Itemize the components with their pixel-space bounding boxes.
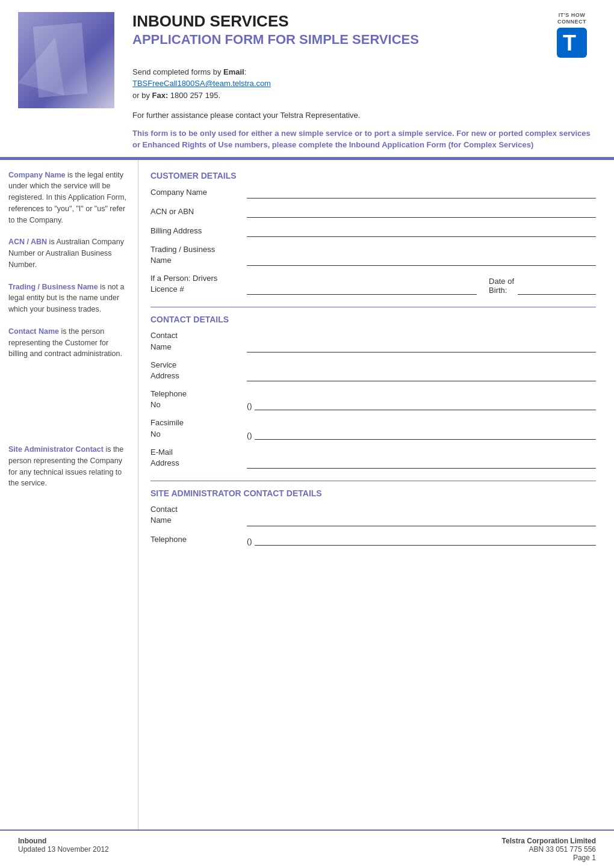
telephone-no-row: TelephoneNo () bbox=[150, 389, 596, 410]
site-telephone-label: Telephone bbox=[150, 534, 247, 545]
facsimile-no-input[interactable] bbox=[255, 428, 596, 440]
telephone-no-input[interactable] bbox=[255, 398, 596, 410]
trading-name-label: Trading / BusinessName bbox=[150, 244, 247, 266]
footer: Inbound Updated 13 November 2012 Telstra… bbox=[0, 830, 614, 868]
facsimile-prefix: () bbox=[247, 431, 252, 440]
email-address-label: E-MailAddress bbox=[150, 447, 247, 469]
customer-details-title: CUSTOMER DETAILS bbox=[150, 171, 596, 180]
sidebar-section-trading-name: Trading / Business Name is not a legal e… bbox=[8, 282, 129, 315]
sidebar-term-contact-name: Contact Name bbox=[8, 327, 59, 336]
footer-abn: ABN 33 051 775 556 bbox=[502, 845, 596, 854]
footer-brand: Inbound bbox=[18, 837, 109, 845]
site-admin-title: SITE ADMINISTRATOR CONTACT DETAILS bbox=[150, 488, 596, 498]
sidebar-section-company-name: Company Name is the legal entity under w… bbox=[8, 170, 129, 226]
service-address-input[interactable] bbox=[247, 369, 596, 381]
content: CUSTOMER DETAILS Company Name ACN or ABN… bbox=[138, 160, 614, 830]
acn-abn-input[interactable] bbox=[247, 206, 596, 218]
section-divider-contact bbox=[150, 307, 596, 307]
svg-text:T: T bbox=[563, 31, 576, 55]
sidebar-term-company-name: Company Name bbox=[8, 171, 65, 179]
billing-address-row: Billing Address bbox=[150, 225, 596, 237]
header-main-title: INBOUND SERVICES bbox=[132, 12, 419, 31]
acn-abn-row: ACN or ABN bbox=[150, 206, 596, 218]
header-sub-title: APPLICATION FORM FOR SIMPLE SERVICES bbox=[132, 32, 419, 48]
billing-address-label: Billing Address bbox=[150, 226, 247, 236]
service-address-label: ServiceAddress bbox=[150, 360, 247, 381]
drivers-licence-dob-row: If a Person: DriversLicence # Date ofBir… bbox=[150, 273, 596, 295]
acn-abn-label: ACN or ABN bbox=[150, 206, 247, 217]
company-name-row: Company Name bbox=[150, 186, 596, 199]
drivers-licence-label: If a Person: DriversLicence # bbox=[150, 273, 247, 295]
header-title-block: INBOUND SERVICES APPLICATION FORM FOR SI… bbox=[132, 12, 419, 48]
contact-details-title: CONTACT DETAILS bbox=[150, 315, 596, 324]
dob-group: Date ofBirth: bbox=[489, 277, 596, 295]
facsimile-no-label: FacsimileNo bbox=[150, 417, 247, 439]
site-contact-name-label: ContactName bbox=[150, 504, 247, 526]
footer-right: Telstra Corporation Limited ABN 33 051 7… bbox=[502, 837, 596, 862]
facsimile-no-row: FacsimileNo () bbox=[150, 417, 596, 439]
header-badge: IT'S HOW CONNECT T bbox=[548, 12, 596, 58]
footer-company: Telstra Corporation Limited bbox=[502, 837, 596, 845]
sidebar-term-trading-name: Trading / Business Name bbox=[8, 283, 98, 291]
drivers-licence-group: If a Person: DriversLicence # bbox=[150, 273, 477, 295]
footer-updated: Updated 13 November 2012 bbox=[18, 845, 109, 854]
billing-address-input[interactable] bbox=[247, 225, 596, 237]
customer-details-section: CUSTOMER DETAILS Company Name ACN or ABN… bbox=[150, 171, 596, 295]
page: INBOUND SERVICES APPLICATION FORM FOR SI… bbox=[0, 0, 614, 868]
telstra-logo-icon: T bbox=[557, 28, 587, 58]
footer-page-number: 1 bbox=[592, 854, 596, 862]
sidebar-term-acn-abn: ACN / ABN bbox=[8, 238, 47, 246]
telephone-no-label: TelephoneNo bbox=[150, 389, 247, 410]
sidebar-section-acn-abn: ACN / ABN is Australian Company Number o… bbox=[8, 236, 129, 270]
header-warning: This form is to be only used for either … bbox=[132, 128, 596, 151]
sidebar-section-site-admin: Site Administrator Contact is the person… bbox=[8, 444, 129, 489]
service-address-row: ServiceAddress bbox=[150, 360, 596, 381]
email-address-input[interactable] bbox=[247, 457, 596, 469]
site-contact-name-input[interactable] bbox=[247, 514, 596, 526]
footer-page-label: Page bbox=[573, 854, 590, 862]
dob-label: Date ofBirth: bbox=[489, 277, 514, 295]
section-divider-site-admin bbox=[150, 481, 596, 481]
email-link[interactable]: TBSFreeCall1800SA@team.telstra.com bbox=[132, 79, 271, 88]
site-telephone-prefix: () bbox=[247, 537, 252, 546]
contact-name-input[interactable] bbox=[247, 340, 596, 352]
contact-name-label: ContactName bbox=[150, 330, 247, 352]
drivers-licence-input[interactable] bbox=[247, 283, 477, 295]
badge-text: IT'S HOW CONNECT bbox=[557, 12, 586, 25]
company-name-label: Company Name bbox=[150, 187, 247, 198]
footer-left: Inbound Updated 13 November 2012 bbox=[18, 837, 109, 854]
footer-page: Page 1 bbox=[502, 854, 596, 862]
header-help-text: For further assistance please contact yo… bbox=[132, 109, 596, 122]
site-telephone-row: Telephone () bbox=[150, 534, 596, 546]
header-title-row: INBOUND SERVICES APPLICATION FORM FOR SI… bbox=[132, 12, 596, 58]
header-instructions: Send completed forms by Email: TBSFreeCa… bbox=[132, 66, 596, 102]
dob-input[interactable] bbox=[518, 283, 596, 295]
company-name-input[interactable] bbox=[247, 186, 596, 199]
trading-name-row: Trading / BusinessName bbox=[150, 244, 596, 266]
site-contact-name-row: ContactName bbox=[150, 504, 596, 526]
header: INBOUND SERVICES APPLICATION FORM FOR SI… bbox=[0, 0, 614, 159]
main-body: Company Name is the legal entity under w… bbox=[0, 159, 614, 830]
sidebar: Company Name is the legal entity under w… bbox=[0, 160, 138, 830]
contact-name-row: ContactName bbox=[150, 330, 596, 352]
header-content: INBOUND SERVICES APPLICATION FORM FOR SI… bbox=[132, 12, 596, 151]
site-admin-section: SITE ADMINISTRATOR CONTACT DETAILS Conta… bbox=[150, 488, 596, 545]
header-logo bbox=[18, 12, 114, 108]
sidebar-term-site-admin: Site Administrator Contact bbox=[8, 445, 104, 454]
trading-name-input[interactable] bbox=[247, 254, 596, 266]
site-telephone-input[interactable] bbox=[255, 534, 596, 546]
sidebar-section-contact-name: Contact Name is the person representing … bbox=[8, 326, 129, 360]
contact-details-section: CONTACT DETAILS ContactName ServiceAddre… bbox=[150, 315, 596, 469]
telephone-prefix: () bbox=[247, 401, 252, 410]
email-address-row: E-MailAddress bbox=[150, 447, 596, 469]
